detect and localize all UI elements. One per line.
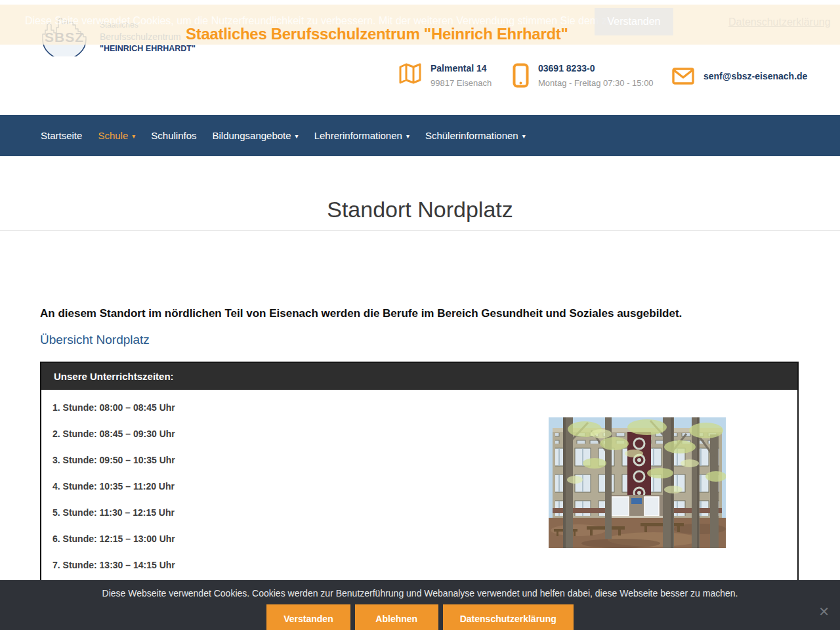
nav-label: Lehrerinformationen: [314, 130, 402, 141]
nav-item-lehrerinformationen[interactable]: Lehrerinformationen ▾: [306, 130, 417, 141]
logo-line-3: "HEINRICH EHRHARDT": [100, 44, 196, 53]
overview-nordplatz-link[interactable]: Übersicht Nordplatz: [40, 333, 150, 347]
nav-label: Bildungsangebote: [213, 130, 291, 141]
address-street: Palmental 14: [430, 63, 492, 74]
nav-label: Schulinfos: [151, 130, 196, 141]
cookie-accept-button[interactable]: Verstanden: [266, 604, 350, 630]
title-divider: [0, 230, 840, 231]
cookie-bottom-message: Diese Webseite verwendet Cookies. Cookie…: [0, 588, 840, 598]
cookie-decline-button[interactable]: Ablehnen: [355, 604, 438, 630]
close-icon[interactable]: ✕: [818, 604, 830, 620]
cookie-banner-top: Diese Seite verwendet Cookies, um die Nu…: [0, 5, 840, 45]
cookie-top-message: Diese Seite verwendet Cookies, um die Nu…: [25, 15, 616, 27]
chevron-down-icon: ▾: [406, 132, 410, 140]
nav-label: Schule: [98, 130, 128, 141]
chevron-down-icon: ▾: [132, 132, 135, 140]
period-row: 1. Stunde: 08:00 – 08:45 Uhr: [41, 394, 797, 421]
nav-item-startseite[interactable]: Startseite: [33, 130, 90, 141]
contact-phone: 03691 8233-0 Montag - Freitag 07:30 - 15…: [513, 63, 654, 88]
intro-paragraph: An diesem Standort im nördlichen Teil vo…: [40, 307, 682, 320]
phone-number[interactable]: 03691 8233-0: [538, 63, 654, 74]
chevron-down-icon: ▾: [295, 132, 299, 140]
cookie-top-privacy-link[interactable]: Datenschutzerklärung: [728, 16, 831, 28]
phone-icon: [513, 63, 529, 88]
cookie-bottom-buttons: Verstanden Ablehnen Datenschutzerklärung: [0, 604, 840, 630]
period-row: 7. Stunde: 13:30 – 14:15 Uhr: [41, 552, 797, 578]
page: SBSZ Staatliches Berufsschulzentrum "HEI…: [0, 0, 840, 630]
nav-item-schule[interactable]: Schule ▾: [90, 130, 143, 141]
email-address[interactable]: senf@sbsz-eisenach.de: [704, 71, 807, 81]
nav-item-bildungsangebote[interactable]: Bildungsangebote ▾: [205, 130, 306, 141]
chevron-down-icon: ▾: [522, 132, 526, 140]
cookie-top-accept-button[interactable]: Verstanden: [595, 8, 673, 35]
cookie-banner-bottom: Diese Webseite verwendet Cookies. Cookie…: [0, 580, 840, 630]
opening-hours: Montag - Freitag 07:30 - 15:00: [538, 78, 654, 88]
nav-item-schuelerinformationen[interactable]: Schülerinformationen ▾: [417, 130, 534, 141]
main-navigation: Startseite Schule ▾ Schulinfos Bildungsa…: [0, 115, 840, 156]
nav-label: Startseite: [41, 130, 82, 141]
address-city: 99817 Eisenach: [430, 78, 492, 88]
campus-photo: [549, 417, 726, 548]
contact-address: Palmental 14 99817 Eisenach: [399, 63, 492, 88]
schedule-heading: Unsere Unterrichtszeiten:: [41, 363, 797, 390]
cookie-privacy-button[interactable]: Datenschutzerklärung: [443, 604, 574, 630]
map-icon: [399, 63, 421, 84]
nav-label: Schülerinformationen: [425, 130, 518, 141]
contact-email: senf@sbsz-eisenach.de: [672, 68, 807, 85]
mail-icon: [672, 68, 694, 85]
page-title: Standort Nordplatz: [0, 197, 840, 222]
nav-item-schulinfos[interactable]: Schulinfos: [143, 130, 204, 141]
